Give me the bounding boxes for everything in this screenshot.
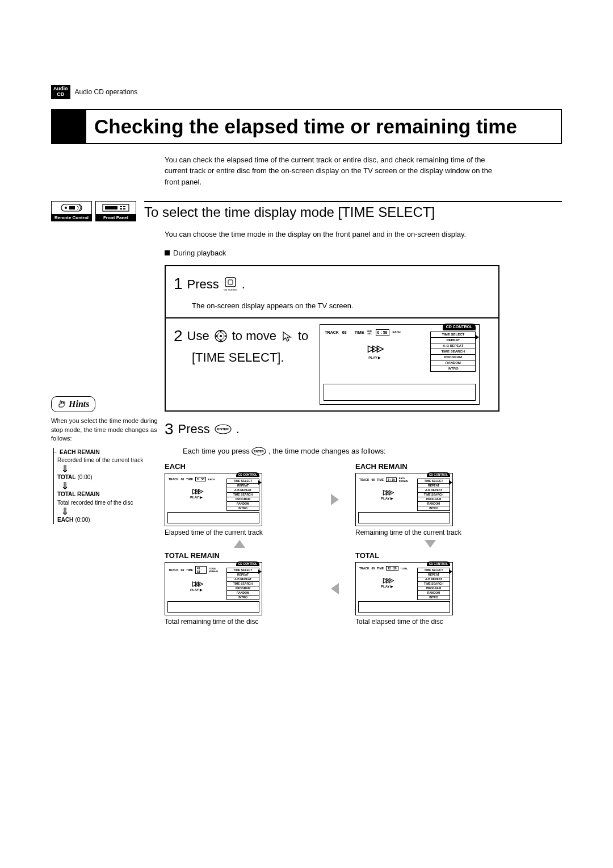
- condition-row: During playback: [165, 248, 499, 259]
- step-1-desc: The on-screen display appears on the TV …: [192, 300, 490, 312]
- arrow-right-icon: [318, 494, 352, 505]
- step-3: 3 Press ENTER . Each time you press ENTE…: [165, 412, 499, 463]
- page-title: Checking the elapsed time or remaining t…: [86, 110, 561, 143]
- down-arrow-icon: ⇓: [61, 484, 159, 489]
- osd-pointer-icon: [476, 335, 479, 339]
- svg-rect-6: [123, 206, 125, 207]
- osd-tab: CD CONTROL: [443, 324, 476, 331]
- svg-point-1: [65, 207, 67, 209]
- menu-ab-repeat: A-B REPEAT: [431, 343, 475, 349]
- section-intro: You can choose the time mode in the disp…: [165, 229, 499, 240]
- step-2-text-d: [TIME SELECT].: [192, 348, 308, 367]
- svg-point-14: [220, 335, 222, 337]
- menu-repeat: REPEAT: [431, 338, 475, 343]
- svg-text:ON SCREEN: ON SCREEN: [224, 288, 237, 291]
- osd-large: CD CONTROL TIME SELECT REPEAT A-B REPEAT…: [320, 324, 480, 405]
- arrow-left-icon: [318, 583, 352, 594]
- svg-text:ENTER: ENTER: [217, 427, 229, 431]
- step-2: 2 Use to move to [TIME SELECT]. CD CONTR…: [165, 318, 499, 412]
- svg-rect-9: [225, 278, 236, 287]
- step-3-number: 3: [165, 417, 174, 441]
- intro-paragraph: You can check the elapsed time of the cu…: [165, 154, 499, 188]
- menu-program: PROGRAM: [431, 355, 475, 360]
- step-2-number: 2: [174, 324, 183, 348]
- onscreen-button-icon: ON SCREEN: [224, 276, 237, 291]
- step-2-text-b: to move: [232, 326, 276, 345]
- mode-each-remain: EACH REMAIN CD CONTROL TIME SELECTREPEAT…: [355, 462, 505, 536]
- front-panel-icon: [96, 202, 136, 215]
- osd-menu: TIME SELECT REPEAT A-B REPEAT TIME SEARC…: [430, 332, 476, 372]
- hint-item: ← EACH REMAIN Recorded time of the curre…: [57, 448, 159, 464]
- svg-text:ENTER: ENTER: [254, 450, 264, 453]
- menu-time-search: TIME SEARCH: [431, 349, 475, 355]
- remote-icon: [52, 202, 91, 215]
- osd-info: TRACK 08 TIME MINSEC 0 : 58 EACH ▷▷▷ PLA…: [325, 329, 425, 361]
- svg-rect-5: [120, 206, 122, 207]
- page-title-row: Checking the elapsed time or remaining t…: [51, 109, 562, 144]
- modes-grid: EACH CD CONTROL TIME SELECTREPEATA-B REP…: [165, 462, 505, 626]
- hand-icon: [57, 400, 66, 409]
- step-1-text-a: Press: [187, 275, 219, 293]
- step-3-text-b: .: [236, 420, 240, 438]
- arrow-down-icon: [355, 540, 505, 548]
- breadcrumb-text: Audio CD operations: [75, 88, 138, 96]
- title-accent: [52, 110, 86, 143]
- hints-intro: When you select the time mode during sto…: [51, 417, 159, 443]
- hints-sidebar: Hints When you select the time mode duri…: [51, 396, 159, 526]
- mode-total: TOTAL CD CONTROL TIME SELECTREPEATA-B RE…: [355, 551, 505, 626]
- hint-item: TOTAL REMAIN Total recorded time of the …: [57, 490, 159, 506]
- condition-text: During playback: [173, 248, 226, 259]
- svg-rect-7: [120, 208, 122, 209]
- osd-play-indicator: ▷▷▷ PLAY ▶: [325, 342, 425, 360]
- down-arrow-icon: ⇓: [61, 467, 159, 472]
- play-forward-icon: ▷▷▷: [325, 342, 425, 355]
- svg-rect-2: [69, 206, 75, 209]
- step-3-desc: Each time you press ENTER , the time mod…: [183, 446, 499, 457]
- mode-each: EACH CD CONTROL TIME SELECTREPEATA-B REP…: [165, 462, 314, 536]
- enter-button-icon-inline: ENTER: [251, 447, 266, 456]
- menu-time-select: TIME SELECT: [431, 332, 475, 338]
- step-1-text-b: .: [242, 275, 245, 293]
- arrow-up-icon: [165, 540, 314, 548]
- osd-total: CD CONTROL TIME SELECTREPEATA-B REPEATTI…: [355, 562, 453, 615]
- svg-rect-4: [105, 206, 117, 209]
- step-1: 1 Press ON SCREEN . The on-screen displa…: [165, 265, 499, 318]
- osd-each: CD CONTROL TIME SELECTREPEATA-B REPEATTI…: [165, 473, 262, 526]
- breadcrumb: Audio CD Audio CD operations: [51, 85, 562, 99]
- mode-total-remain: TOTAL REMAIN CD CONTROL TIME SELECTREPEA…: [165, 551, 314, 626]
- hints-label: Hints: [51, 396, 95, 412]
- down-arrow-icon: ⇓: [61, 509, 159, 514]
- step-1-number: 1: [174, 272, 183, 296]
- cursor-arrow-icon: [281, 330, 293, 342]
- menu-intro: INTRO: [431, 366, 475, 371]
- osd-total-remain: CD CONTROL TIME SELECTREPEATA-B REPEATTI…: [165, 562, 262, 615]
- bullet-icon: [165, 250, 170, 255]
- section-title: To select the time display mode [TIME SE…: [144, 201, 562, 220]
- front-panel-indicator: Front Panel: [95, 201, 136, 221]
- svg-rect-8: [123, 208, 125, 209]
- enter-button-icon: ENTER: [215, 424, 232, 434]
- menu-random: RANDOM: [431, 360, 475, 366]
- step-3-text-a: Press: [178, 420, 210, 438]
- device-indicators: Remote Control Front Panel: [51, 201, 136, 221]
- remote-control-indicator: Remote Control: [51, 201, 92, 221]
- audio-cd-badge: Audio CD: [51, 85, 70, 99]
- hint-item: TOTAL (0:00): [57, 473, 159, 481]
- step-2-text-c: to: [298, 326, 308, 345]
- joystick-icon: [214, 329, 228, 343]
- svg-rect-10: [228, 280, 233, 284]
- osd-each-remain: CD CONTROL TIME SELECTREPEATA-B REPEATTI…: [355, 473, 453, 526]
- hint-item: EACH (0:00): [57, 515, 159, 524]
- step-2-text-a: Use: [187, 326, 209, 345]
